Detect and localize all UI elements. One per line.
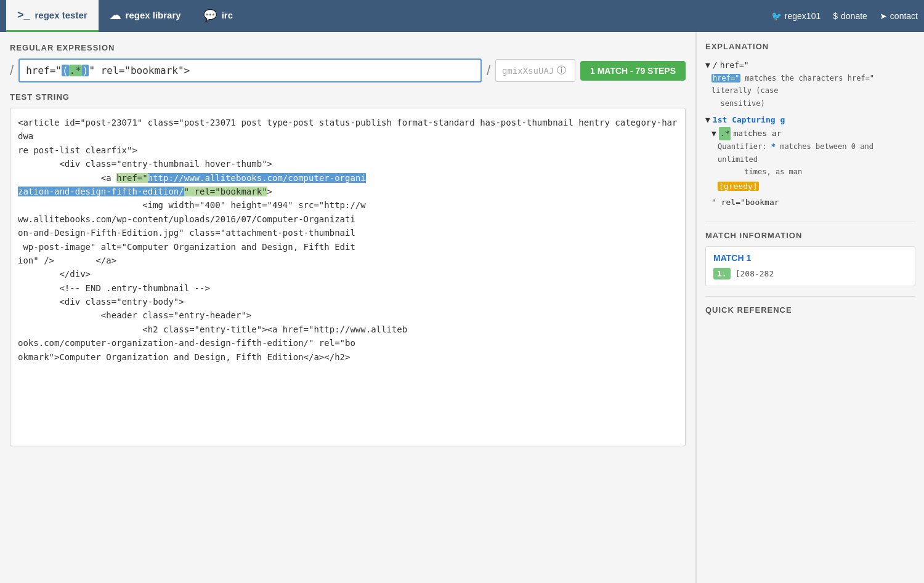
exp-dotstar-token: .* [719,127,731,140]
tab-regex-library[interactable]: ☁ regex library [99,0,192,32]
collapse-icon-capturing[interactable]: ▼ [705,113,710,127]
tab-regex-library-label: regex library [126,10,181,20]
explanation-tree: ▼ / href=" href=" matches the characters… [705,58,915,209]
twitter-label: regex101 [785,11,821,21]
regex-row: / href="(.*)" rel="bookmark"> / gmixXsuU… [10,58,686,82]
cloud-icon: ☁ [110,9,121,22]
quick-ref-title: QUICK REFERENCE [705,305,915,315]
flags-placeholder-text: gmixXsuUAJ [502,66,554,76]
regex-dot-star: .* [69,65,82,76]
exp-greedy-token: [greedy] [718,182,759,191]
contact-link[interactable]: ➤ contact [880,11,918,21]
exp-slash: / [713,58,718,72]
donate-label: donate [841,11,867,21]
collapse-icon-dotstar[interactable]: ▼ [711,127,716,140]
regex-input[interactable]: href="(.*)" rel="bookmark"> [18,58,482,82]
collapse-icon-href[interactable]: ▼ [705,58,710,72]
divider-2 [705,296,915,297]
tab-irc[interactable]: 💬 irc [192,0,244,32]
exp-node-rel: " rel="bookmar [705,196,915,209]
explanation-title: EXPLANATION [705,42,915,51]
exp-href-token: href=" [720,58,749,72]
top-navigation: >_ regex tester ☁ regex library 💬 irc 🐦 … [0,0,924,32]
flags-help-icon[interactable]: ⓘ [557,65,566,76]
match-info-title: MATCH INFORMATION [705,231,915,240]
donate-link[interactable]: $ donate [833,11,867,21]
regex-group-open: ( [62,65,69,76]
match1-number: 1. [713,268,731,279]
test-section-title: TEST STRING [10,92,686,102]
right-panel: EXPLANATION ▼ / href=" href=" matches th… [696,32,924,583]
main-container: REGULAR EXPRESSION / href="(.*)" rel="bo… [0,32,924,583]
contact-label: contact [890,11,918,21]
twitter-link[interactable]: 🐦 regex101 [771,11,821,21]
exp-1st-label: 1st Capturing g [713,113,785,127]
terminal-icon: >_ [17,9,30,22]
exp-quantifier-desc: Quantifier: * matches between 0 and unli… [705,140,915,178]
regex-open-slash: / [10,63,14,79]
exp-greedy-badge: [greedy] [705,180,915,193]
match-badge: 1 MATCH - 79 STEPS [580,61,686,81]
test-string-area[interactable]: <article id="post-23071" class="post-230… [10,108,686,446]
match-info-box: MATCH 1 1. [208-282 [705,246,915,286]
match1-header: MATCH 1 [713,253,907,263]
regex-group-close: ) [82,65,89,76]
chat-icon: 💬 [203,9,217,22]
exp-href-desc-text: href=" matches the characters href=" lit… [711,74,874,108]
exp-href-desc: href=" matches the characters href=" lit… [705,72,915,110]
match1-row: 1. [208-282 [713,268,907,279]
nav-right-links: 🐦 regex101 $ donate ➤ contact [771,0,918,32]
regex-text-after: " rel="bookmark"> [89,65,190,76]
regex-text-before: href=" [26,65,62,76]
tab-regex-tester-label: regex tester [35,10,87,20]
exp-node-capturing: ▼ 1st Capturing g [705,113,915,127]
regex-section-title: REGULAR EXPRESSION [10,43,686,52]
regex-close-slash: / [487,63,490,79]
contact-icon: ➤ [880,11,887,21]
donate-icon: $ [833,11,838,21]
tab-irc-label: irc [222,10,233,20]
divider-1 [705,222,915,222]
left-panel: REGULAR EXPRESSION / href="(.*)" rel="bo… [0,32,696,583]
flags-input[interactable]: gmixXsuUAJ ⓘ [495,59,575,82]
exp-node-href: ▼ / href=" [705,58,915,72]
exp-dotstar-label: matches ar [733,127,781,140]
exp-node-dotstar: ▼ .* matches ar [705,127,915,140]
test-string-text2: > <img width="400" height="494" src="htt… [18,187,407,362]
match1-range: [208-282 [736,269,774,278]
tab-regex-tester[interactable]: >_ regex tester [6,0,99,32]
exp-rel-text: " rel="bookmar [711,198,779,207]
twitter-icon: 🐦 [771,11,782,21]
